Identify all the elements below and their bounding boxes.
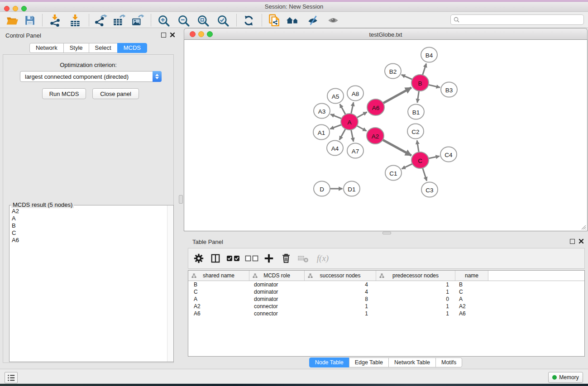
close-window-button[interactable] bbox=[4, 6, 10, 11]
zoom-in-icon[interactable] bbox=[157, 14, 170, 27]
graph-node-A3[interactable]: A3 bbox=[314, 104, 330, 119]
zoom-selected-icon[interactable] bbox=[216, 14, 229, 27]
graph-node-A[interactable]: A bbox=[341, 114, 358, 130]
table-cell[interactable]: 8 bbox=[305, 296, 376, 302]
mcds-result-item[interactable]: B bbox=[10, 222, 167, 229]
delete-columns-icon[interactable] bbox=[279, 252, 293, 265]
run-mcds-button[interactable]: Run MCDS bbox=[42, 88, 86, 99]
graph-node-C2[interactable]: C2 bbox=[407, 124, 424, 139]
search-input[interactable] bbox=[459, 15, 583, 24]
select-all-columns-icon[interactable] bbox=[225, 252, 241, 265]
graph-node-C4[interactable]: C4 bbox=[440, 147, 457, 162]
table-cell[interactable]: C bbox=[455, 289, 488, 295]
birds-eye-view-icon[interactable] bbox=[326, 14, 340, 27]
table-row[interactable]: A2connector11A2 bbox=[188, 303, 584, 310]
memory-button[interactable]: Memory bbox=[548, 372, 583, 383]
table-row[interactable]: Bdominator41B bbox=[188, 281, 584, 288]
import-network-icon[interactable] bbox=[48, 14, 62, 27]
table-cell[interactable]: 0 bbox=[376, 296, 455, 302]
graph-node-A2[interactable]: A2 bbox=[367, 128, 384, 144]
tab-node-table[interactable]: Node Table bbox=[309, 357, 349, 367]
table-cell[interactable]: connector bbox=[249, 303, 305, 310]
optimization-criterion-dropdown[interactable]: largest connected component (directed) bbox=[20, 71, 162, 82]
table-cell[interactable]: A bbox=[188, 296, 249, 302]
table-cell[interactable]: A2 bbox=[455, 303, 488, 310]
table-cell[interactable]: dominator bbox=[249, 289, 305, 295]
column-header-successor-nodes[interactable]: successor nodes bbox=[305, 271, 376, 281]
graph-node-D1[interactable]: D1 bbox=[344, 181, 360, 196]
table-cell[interactable]: dominator bbox=[249, 281, 305, 288]
mcds-result-list[interactable]: A2ABCA6 bbox=[10, 208, 167, 361]
graph-node-D[interactable]: D bbox=[314, 181, 330, 196]
table-cell[interactable]: 1 bbox=[376, 310, 455, 317]
table-cell[interactable]: 1 bbox=[305, 303, 376, 310]
close-panel-button[interactable]: Close panel bbox=[92, 88, 139, 99]
mcds-result-item[interactable]: A bbox=[10, 215, 167, 222]
close-panel-icon[interactable] bbox=[578, 238, 584, 244]
network-canvas[interactable]: B4B2BB3A8A5A6A3B1AC2A1A2A4A7C4CC1C3DD1 bbox=[184, 40, 587, 230]
tab-mcds[interactable]: MCDS bbox=[117, 43, 147, 53]
network-window-titlebar[interactable]: testGlobe.txt bbox=[184, 28, 588, 40]
task-history-button[interactable] bbox=[5, 372, 18, 383]
graph-node-A8[interactable]: A8 bbox=[347, 86, 363, 101]
table-cell[interactable]: A2 bbox=[188, 303, 249, 310]
tab-network[interactable]: Network bbox=[29, 43, 64, 53]
graph-node-A1[interactable]: A1 bbox=[313, 125, 330, 140]
graph-node-A7[interactable]: A7 bbox=[347, 143, 363, 158]
graphics-details-icon[interactable] bbox=[286, 14, 300, 27]
export-image-icon[interactable] bbox=[131, 14, 144, 27]
mcds-result-item[interactable]: C bbox=[10, 229, 167, 237]
zoom-out-icon[interactable] bbox=[177, 14, 190, 27]
window-resize-grip[interactable] bbox=[580, 224, 586, 230]
import-table-icon[interactable] bbox=[68, 14, 82, 27]
graph-node-B1[interactable]: B1 bbox=[408, 105, 424, 119]
table-cell[interactable]: A6 bbox=[188, 310, 249, 317]
settings-icon[interactable] bbox=[192, 252, 206, 265]
unselect-all-columns-icon[interactable] bbox=[244, 252, 259, 265]
table-cell[interactable]: 1 bbox=[376, 303, 455, 310]
graph-node-C3[interactable]: C3 bbox=[421, 182, 438, 197]
refresh-layout-icon[interactable] bbox=[242, 14, 255, 27]
column-header-name[interactable]: name bbox=[455, 271, 488, 281]
export-network-icon[interactable] bbox=[94, 14, 108, 27]
mcds-result-item[interactable]: A6 bbox=[10, 237, 167, 244]
graph-node-B[interactable]: B bbox=[411, 75, 429, 91]
graph-node-B3[interactable]: B3 bbox=[441, 82, 457, 97]
graph-node-C1[interactable]: C1 bbox=[385, 166, 402, 181]
graph-node-B2[interactable]: B2 bbox=[385, 64, 401, 79]
table-row[interactable]: Adominator80A bbox=[188, 295, 584, 303]
table-row[interactable]: A6connector11A6 bbox=[188, 310, 584, 317]
tab-edge-table[interactable]: Edge Table bbox=[349, 357, 389, 367]
mcds-result-scrollbar[interactable] bbox=[167, 205, 173, 362]
table-cell[interactable]: A6 bbox=[455, 310, 488, 317]
minimize-window-button[interactable] bbox=[13, 6, 18, 11]
open-file-icon[interactable] bbox=[5, 14, 19, 27]
column-header-MCDS-role[interactable]: MCDS role bbox=[249, 271, 305, 281]
add-column-icon[interactable] bbox=[262, 252, 276, 265]
table-cell[interactable]: B bbox=[455, 281, 488, 288]
clone-network-icon[interactable] bbox=[268, 14, 281, 27]
column-header-predecessor-nodes[interactable]: predecessor nodes bbox=[376, 271, 455, 281]
table-cell[interactable]: 1 bbox=[376, 281, 455, 288]
graph-node-B4[interactable]: B4 bbox=[421, 48, 437, 62]
float-panel-icon[interactable] bbox=[570, 239, 575, 244]
table-cell[interactable]: 4 bbox=[305, 289, 376, 295]
hide-graphics-details-icon[interactable] bbox=[306, 14, 320, 27]
save-session-icon[interactable] bbox=[23, 14, 37, 27]
table-row[interactable]: Cdominator41C bbox=[188, 288, 584, 295]
export-table-icon[interactable] bbox=[112, 14, 126, 27]
table-cell[interactable]: A bbox=[455, 296, 488, 302]
table-cell[interactable]: connector bbox=[249, 310, 305, 317]
mcds-result-item[interactable]: A2 bbox=[10, 208, 167, 215]
graph-node-A6[interactable]: A6 bbox=[367, 99, 384, 115]
tab-select[interactable]: Select bbox=[89, 43, 118, 53]
table-cell[interactable]: B bbox=[188, 281, 249, 288]
show-column-panel-icon[interactable] bbox=[209, 252, 222, 265]
graph-node-A4[interactable]: A4 bbox=[327, 141, 343, 156]
table-cell[interactable]: dominator bbox=[249, 296, 305, 302]
tab-network-table[interactable]: Network Table bbox=[388, 357, 436, 367]
zoom-window-button[interactable] bbox=[21, 6, 27, 11]
float-panel-icon[interactable] bbox=[161, 33, 166, 38]
table-cell[interactable]: 1 bbox=[376, 289, 455, 295]
close-panel-icon[interactable] bbox=[170, 32, 175, 38]
